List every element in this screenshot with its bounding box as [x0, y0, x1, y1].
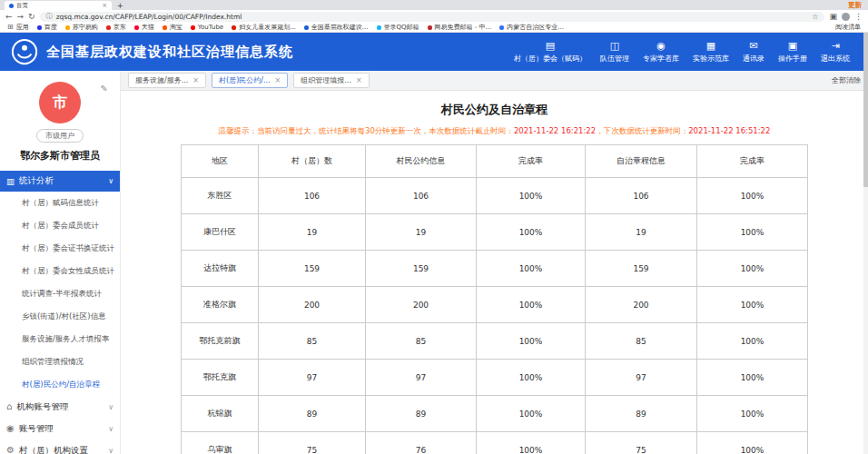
user-level-badge: 市级用户 — [36, 129, 84, 143]
bookmark-star-icon[interactable]: ☆ — [812, 13, 818, 21]
bookmark-item[interactable]: 苏宁易购 — [65, 23, 98, 32]
group-label: 村（居）机构设置 — [19, 445, 88, 454]
tab-close-icon[interactable]: × — [102, 3, 107, 9]
browser-profile-avatar[interactable] — [842, 13, 850, 21]
bookmark-label: 全国基层政权建设... — [311, 23, 369, 32]
table-cell: 89 — [366, 396, 477, 432]
workspace: 市 ✎ 市级用户 鄂尔多斯市管理员 ▥ 统计分析 ∨ 村（居）赋码信息统计村（居… — [0, 71, 868, 454]
notice-next-update-time: 2021-11-22 16:51:22 — [688, 126, 770, 135]
sidebar-group-statistics[interactable]: ▥ 统计分析 ∨ — [0, 171, 120, 192]
scrollbar-thumb[interactable] — [863, 33, 868, 187]
sidebar-subitem[interactable]: 乡镇(街道)/村(社区)信息 — [0, 305, 120, 328]
bookmark-item[interactable]: 天猫 — [134, 23, 154, 32]
demo-library-icon: ▦ — [706, 41, 715, 51]
table-cell: 准格尔旗 — [182, 287, 259, 323]
table-cell: 100% — [477, 396, 586, 432]
site-info-icon[interactable]: ⓘ — [46, 12, 53, 21]
nav-label: 专家学者库 — [643, 54, 679, 64]
sidebar-group-accounts[interactable]: ◉ 账号管理 ∨ — [0, 418, 120, 439]
nav-team-management[interactable]: ◫ 队伍管理 — [600, 41, 629, 64]
sidebar-subitem[interactable]: 村（居）委会成员统计 — [0, 214, 120, 237]
sidebar-subitem[interactable]: 服务设施/服务人才填报率 — [0, 328, 120, 350]
notice-text: 温馨提示：当前访问量过大，统计结果将每30分钟更新一次，本次数据统计截止时间： — [219, 126, 514, 135]
page-scrollbar[interactable] — [863, 33, 868, 454]
nav-logout[interactable]: ⇥ 退出系统 — [821, 41, 850, 64]
notice-deadline-time: 2021-11-22 16:21:22 — [514, 126, 596, 135]
tab-close-icon[interactable]: × — [192, 77, 199, 84]
browser-update-button[interactable]: 更新 — [848, 1, 863, 10]
bookmark-label: 京东 — [113, 23, 126, 32]
bookmark-favicon — [232, 25, 236, 30]
tab-close-icon[interactable]: × — [356, 77, 362, 84]
sidebar-subitem[interactable]: 村（居）赋码信息统计 — [0, 192, 120, 214]
table-cell: 东胜区 — [182, 178, 259, 214]
browser-tab-strip: 首页 × + 更新 — [0, 0, 868, 10]
tab-org-management[interactable]: 组织管理填报... × — [293, 73, 369, 88]
nav-label: 操作手册 — [778, 54, 807, 64]
bookmark-label: 网易免费邮箱 - 中... — [435, 23, 492, 32]
sidebar-subitem[interactable]: 组织管理填报情况 — [0, 350, 120, 373]
bookmark-item[interactable]: 京东 — [106, 23, 126, 32]
bookmark-favicon — [65, 25, 70, 30]
sidebar-group-village-org-settings[interactable]: ⚙ 村（居）机构设置 ∨ — [0, 439, 120, 454]
tab-village-covenant[interactable]: 村(居)民公约/... × — [212, 73, 288, 88]
table-cell: 76 — [366, 432, 477, 454]
table-cell: 97 — [259, 360, 366, 396]
main-column: 服务设施/服务... × 村(居)民公约/... × 组织管理填报... × 全… — [121, 71, 868, 454]
browser-menu-icon[interactable]: ⋮ — [854, 13, 863, 21]
table-cell: 159 — [586, 251, 697, 287]
nav-village-committee-code[interactable]: ▤ 村（居）委会（赋码） — [514, 41, 587, 64]
nav-expert-library[interactable]: ◉ 专家学者库 — [643, 41, 679, 64]
sidebar-subitem[interactable]: 村(居)民公约/自治章程 — [0, 373, 120, 396]
bookmark-item[interactable]: 全国基层政权建设... — [304, 23, 369, 32]
group-label: 账号管理 — [19, 423, 54, 435]
clear-all-tabs-button[interactable]: 全部清除 — [832, 75, 861, 85]
bookmark-item[interactable]: 妇女儿童发展规划... — [232, 23, 296, 32]
sidebar-group-org-accounts[interactable]: ⌂ 机构账号管理 ∨ — [0, 396, 120, 418]
bookmark-item[interactable]: 登录QQ邮箱 — [377, 23, 419, 32]
forward-icon[interactable]: → — [17, 13, 25, 21]
address-bar[interactable]: ⓘ zqsq.mca.gov.cn/CAFP/LEAP/Login/00/CAF… — [40, 12, 825, 22]
table-row: 达拉特旗159159100%159100% — [182, 251, 808, 287]
table-cell: 杭锦旗 — [182, 396, 259, 432]
bookmark-item[interactable]: 网易免费邮箱 - 中... — [428, 23, 492, 32]
tab-close-icon[interactable]: × — [275, 77, 281, 84]
table-cell: 19 — [259, 214, 366, 251]
reading-list-button[interactable]: 阅读清单 — [835, 23, 861, 32]
apps-shortcut[interactable]: ⊞ 应用 — [7, 23, 29, 32]
chevron-down-icon: ∨ — [108, 403, 113, 411]
refresh-icon[interactable]: ↻ — [28, 13, 35, 21]
sidebar-subitem[interactable]: 统计调查-半年报表统计 — [0, 282, 120, 305]
table-cell: 106 — [259, 178, 366, 214]
system-logo — [11, 38, 38, 65]
sidebar-subitem[interactable]: 村（居）委会女性成员统计 — [0, 260, 120, 282]
bookmark-item[interactable]: YouTube — [191, 24, 223, 31]
sidebar-subitem[interactable]: 村（居）委会证书换证统计 — [0, 237, 120, 260]
bookmark-label: YouTube — [198, 24, 223, 31]
tab-service-facilities[interactable]: 服务设施/服务... × — [128, 73, 206, 88]
bookmark-label: 妇女儿童发展规划... — [239, 23, 296, 32]
site-favicon — [9, 4, 14, 8]
table-cell: 97 — [366, 360, 477, 396]
table-cell: 鄂托克旗 — [182, 360, 259, 396]
page-tabstrip: 服务设施/服务... × 村(居)民公约/... × 组织管理填报... × 全… — [121, 71, 868, 91]
bookmark-item[interactable]: 淘宝 — [163, 23, 182, 32]
back-icon[interactable]: ← — [5, 13, 13, 21]
user-icon: ◉ — [6, 424, 15, 433]
table-cell: 100% — [477, 287, 586, 323]
bookmark-item[interactable]: 百度 — [37, 23, 57, 32]
table-cell: 100% — [697, 251, 808, 287]
nav-contacts[interactable]: ✉ 通讯录 — [743, 41, 764, 64]
chevron-down-icon: ∨ — [108, 447, 113, 454]
nav-demo-library[interactable]: ▦ 实验示范库 — [693, 41, 729, 64]
nav-manual[interactable]: ▣ 操作手册 — [778, 41, 807, 64]
group-label: 机构账号管理 — [16, 401, 68, 413]
edit-profile-icon[interactable]: ✎ — [101, 84, 108, 94]
extensions-icon[interactable]: ▣ — [829, 13, 837, 21]
table-cell: 乌审旗 — [182, 432, 259, 454]
bookmark-favicon — [377, 25, 381, 30]
table-cell: 100% — [477, 214, 586, 251]
bookmark-item[interactable]: 内蒙古自治区专业... — [499, 23, 564, 32]
browser-tab[interactable]: 首页 × — [5, 1, 112, 10]
new-tab-button[interactable]: + — [117, 3, 123, 10]
